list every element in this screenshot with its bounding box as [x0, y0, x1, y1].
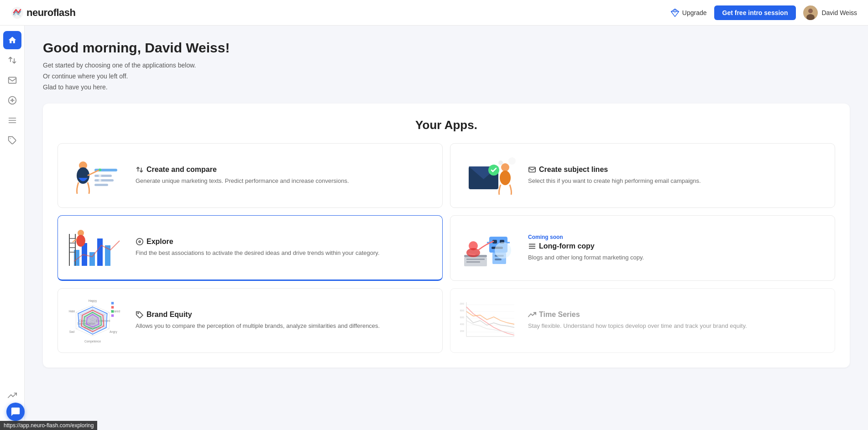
- sidebar: [0, 26, 25, 430]
- status-bar: https://app.neuro-flash.com/exploring: [0, 421, 97, 430]
- svg-rect-19: [94, 184, 108, 186]
- arrows-icon-sm: [136, 166, 144, 174]
- svg-point-93: [138, 313, 139, 314]
- tag-icon-sm: [136, 311, 144, 319]
- svg-text:Sad: Sad: [69, 331, 75, 334]
- sidebar-item-trend[interactable]: [3, 386, 21, 404]
- svg-point-45: [76, 235, 85, 247]
- app-card-time-series[interactable]: 1000 800 600 400 200: [450, 288, 835, 353]
- app-info-create-compare: Create and compare Generate unique marke…: [136, 166, 433, 186]
- sidebar-item-home[interactable]: [3, 31, 21, 49]
- chat-button[interactable]: [6, 403, 25, 421]
- greeting-title: Good morning, David Weiss!: [43, 40, 850, 56]
- svg-rect-90: [111, 306, 114, 309]
- apps-grid: Create and compare Generate unique marke…: [58, 143, 835, 353]
- illustration-subject-lines: [460, 153, 519, 198]
- sidebar-item-explore[interactable]: [3, 91, 21, 109]
- svg-rect-9: [8, 77, 16, 83]
- svg-point-24: [77, 167, 89, 184]
- app-card-desc-long-form: Blogs and other long format marketing co…: [528, 253, 826, 262]
- svg-text:800: 800: [460, 309, 464, 312]
- app-card-desc-create-compare: Generate unique marketing texts. Predict…: [136, 176, 433, 186]
- svg-rect-36: [97, 238, 103, 266]
- svg-point-47: [136, 238, 143, 245]
- svg-rect-89: [111, 302, 114, 304]
- sidebar-item-email[interactable]: [3, 71, 21, 89]
- svg-point-10: [8, 97, 16, 104]
- app-info-brand-equity: Brand Equity Allows you to compare the p…: [136, 311, 433, 331]
- sidebar-item-compare[interactable]: [3, 51, 21, 69]
- svg-point-63: [466, 248, 480, 257]
- illustration-brand-equity: Happy Scared Angry Competence Sad Hate C…: [67, 298, 126, 343]
- svg-text:200: 200: [460, 330, 464, 332]
- user-menu[interactable]: David Weiss: [803, 5, 857, 20]
- app-card-explore[interactable]: Explore Find the best associations to ac…: [58, 215, 443, 281]
- explore-svg: [67, 225, 126, 270]
- topnav-right: Upgrade Get free intro session David Wei…: [670, 5, 857, 20]
- svg-point-31: [508, 157, 516, 165]
- subject-lines-svg: [460, 153, 519, 198]
- create-compare-svg: [67, 153, 126, 198]
- greeting-subtitle: Get started by choosing one of the appli…: [43, 60, 850, 93]
- app-card-title-create-compare: Create and compare: [136, 166, 433, 174]
- list-icon-sm: [528, 242, 536, 250]
- logo[interactable]: neuroflash: [11, 6, 75, 19]
- compass-icon: [8, 96, 17, 105]
- illustration-time-series: 1000 800 600 400 200: [460, 298, 519, 343]
- long-form-svg: [460, 225, 519, 271]
- app-card-desc-subject-lines: Select this if you want to create high p…: [528, 176, 826, 186]
- app-card-title-long-form: Long-form copy: [528, 242, 826, 250]
- status-url: https://app.neuro-flash.com/exploring: [4, 422, 94, 429]
- svg-text:Competence: Competence: [84, 340, 101, 344]
- apps-section: Your Apps.: [43, 104, 850, 368]
- avatar-image: [803, 5, 818, 20]
- home-icon: [8, 36, 17, 45]
- app-card-title-explore: Explore: [136, 238, 433, 246]
- app-card-create-compare[interactable]: Create and compare Generate unique marke…: [58, 143, 443, 208]
- layout: Good morning, David Weiss! Get started b…: [0, 26, 868, 430]
- svg-text:400: 400: [460, 323, 464, 326]
- upgrade-button[interactable]: Upgrade: [670, 8, 707, 17]
- coming-soon-badge: Coming soon: [528, 234, 826, 240]
- email-icon-sm: [528, 166, 536, 174]
- logo-text: neuroflash: [26, 7, 75, 19]
- apps-title: Your Apps.: [58, 118, 835, 132]
- svg-point-29: [500, 171, 511, 185]
- svg-rect-91: [111, 311, 114, 313]
- svg-point-30: [498, 161, 503, 165]
- svg-rect-92: [111, 315, 114, 317]
- list-icon: [8, 116, 17, 125]
- sidebar-item-tag[interactable]: [3, 131, 21, 150]
- svg-text:600: 600: [460, 316, 464, 319]
- app-info-subject-lines: Create subject lines Select this if you …: [528, 166, 826, 186]
- svg-point-22: [99, 179, 101, 182]
- illustration-explore: [67, 225, 126, 270]
- svg-rect-62: [466, 261, 480, 263]
- app-card-title-time-series: Time Series: [528, 311, 826, 319]
- sidebar-item-list[interactable]: [3, 111, 21, 130]
- svg-rect-18: [94, 179, 114, 181]
- tag-icon: [8, 136, 17, 145]
- app-card-desc-brand-equity: Allows you to compare the perception of …: [136, 321, 433, 331]
- trend-icon: [8, 391, 17, 400]
- app-card-subject-lines[interactable]: Create subject lines Select this if you …: [450, 143, 835, 208]
- svg-point-11: [11, 99, 13, 101]
- logo-icon: [11, 6, 24, 19]
- topnav: neuroflash Upgrade Get free intro sessio…: [0, 0, 868, 26]
- app-card-long-form[interactable]: Coming soon Long-form copy Blogs and oth…: [450, 215, 835, 281]
- app-card-title-subject-lines: Create subject lines: [528, 166, 826, 174]
- app-info-explore: Explore Find the best associations to ac…: [136, 238, 433, 258]
- brand-equity-svg: Happy Scared Angry Competence Sad Hate C…: [67, 298, 126, 343]
- app-card-brand-equity[interactable]: Happy Scared Angry Competence Sad Hate C…: [58, 288, 443, 353]
- arrows-icon: [8, 56, 17, 65]
- trend-icon-sm: [528, 311, 536, 319]
- svg-text:Angry: Angry: [110, 331, 117, 334]
- app-card-title-brand-equity: Brand Equity: [136, 311, 433, 319]
- svg-rect-57: [495, 259, 502, 260]
- main-content: Good morning, David Weiss! Get started b…: [25, 26, 868, 430]
- intro-session-button[interactable]: Get free intro session: [714, 5, 796, 20]
- app-info-time-series: Time Series Stay flexible. Understand ho…: [528, 311, 826, 331]
- time-series-svg: 1000 800 600 400 200: [460, 298, 519, 343]
- illustration-long-form: [460, 225, 519, 271]
- diamond-icon: [670, 8, 680, 17]
